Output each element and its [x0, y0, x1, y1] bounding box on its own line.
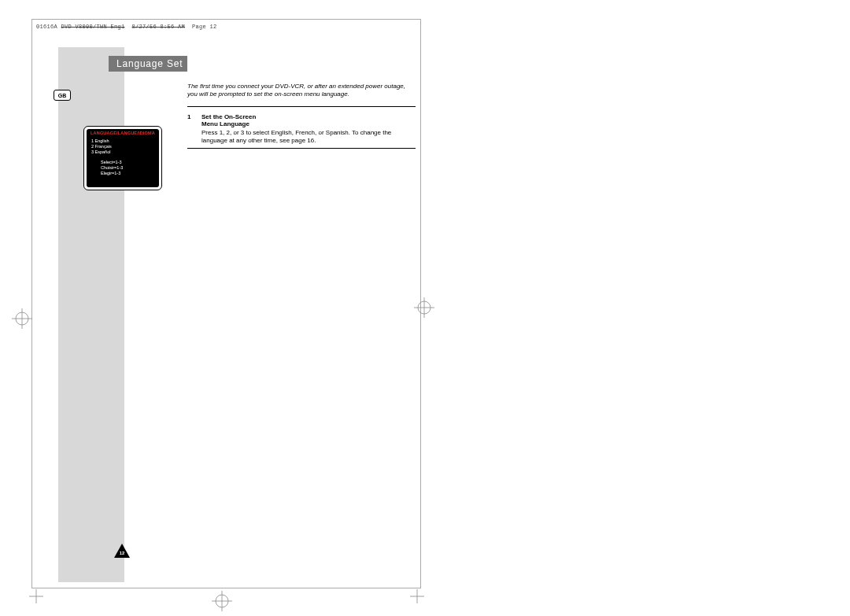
step-title-line2: Menu Language: [201, 120, 249, 127]
osd-title: LANGUAGE/LANGUE/IDIOMA: [90, 131, 156, 136]
step-body: Set the On-Screen Menu Language Press 1,…: [201, 113, 416, 145]
osd-hints: Select=1-3 Choisir=1-3 Elegir=1-3: [101, 160, 156, 176]
step-number: 1: [187, 113, 195, 120]
step-title-line1: Set the On-Screen: [201, 113, 256, 120]
crop-mark-icon: [410, 589, 424, 603]
header-metadata: 01616A DVD-V8000/TWN-Eng1 8/27/56 8:56 A…: [36, 24, 217, 30]
file-code: 01616A: [36, 24, 57, 30]
osd-screen-panel: LANGUAGE/LANGUE/IDIOMA 1 English 2 Franç…: [83, 126, 162, 190]
page-label: Page 12: [192, 24, 217, 30]
page-number: 12: [114, 551, 130, 555]
osd-hint: Choisir=1-3: [101, 165, 156, 171]
region-badge: GB: [54, 90, 71, 101]
osd-options: 1 English 2 Français 3 Español: [91, 138, 156, 155]
step-title: Set the On-Screen Menu Language: [201, 113, 416, 127]
file-timestamp: 8/27/56 8:56 AM: [132, 24, 186, 30]
divider: [187, 148, 416, 149]
registration-mark-icon: [212, 591, 232, 611]
osd-option: 2 Français: [91, 144, 156, 149]
svg-point-8: [216, 595, 228, 607]
page-title: Language Set: [109, 56, 187, 72]
osd-option: 3 Español: [91, 149, 156, 155]
osd-hint: Elegir=1-3: [101, 171, 156, 176]
intro-text: The first time you connect your DVD-VCR,…: [187, 83, 416, 98]
svg-point-0: [16, 312, 28, 325]
page-title-text: Language Set: [116, 58, 183, 69]
osd-option: 1 English: [91, 138, 156, 144]
registration-mark-icon: [12, 308, 32, 329]
file-name: DVD-V8000/TWN-Eng1: [61, 24, 125, 30]
osd-hint: Select=1-3: [101, 160, 156, 165]
crop-mark-icon: [29, 589, 43, 603]
content-column: The first time you connect your DVD-VCR,…: [187, 83, 416, 150]
step-text: Press 1, 2, or 3 to select English, Fren…: [201, 129, 416, 145]
page-frame: 01616A DVD-V8000/TWN-Eng1 8/27/56 8:56 A…: [31, 19, 421, 588]
osd-screen-inner: LANGUAGE/LANGUE/IDIOMA 1 English 2 Franç…: [87, 129, 159, 187]
divider: [187, 106, 416, 107]
step-row: 1 Set the On-Screen Menu Language Press …: [187, 109, 416, 145]
region-badge-text: GB: [58, 93, 67, 98]
